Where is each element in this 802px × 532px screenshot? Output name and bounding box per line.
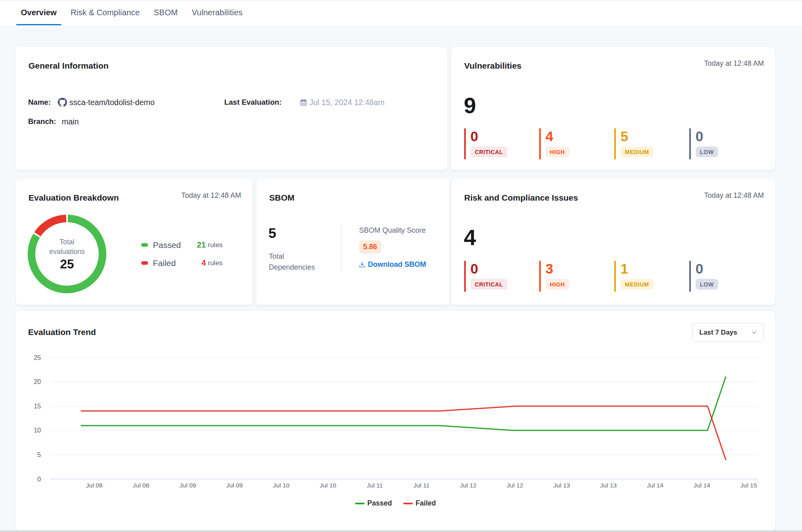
last-evaluation-label: Last Evaluation: xyxy=(224,98,282,107)
x-tick-label: Jul 14 xyxy=(694,482,711,489)
tab-vulnerabilities[interactable]: Vulnerabilities xyxy=(187,0,248,25)
severity-medium: 5 MEDIUM xyxy=(614,128,689,159)
sbom-total-dependencies-value: 5 xyxy=(268,225,276,241)
download-sbom-link[interactable]: Download SBOM xyxy=(359,260,426,269)
evaluation-trend-card: Evaluation Trend Last 7 Days 0510152025J… xyxy=(16,311,775,530)
donut-center-line1: Total xyxy=(60,237,75,247)
severity-medium-count: 5 xyxy=(621,129,690,144)
vulnerabilities-total: 9 xyxy=(464,94,476,117)
failed-line-label: Failed xyxy=(416,499,436,508)
tab-overview-label: Overview xyxy=(21,8,57,17)
x-tick-label: Jul 13 xyxy=(553,482,570,489)
severity-critical-badge: CRITICAL xyxy=(471,279,508,290)
risk-compliance-severity-row: 0 CRITICAL 3 HIGH 1 MEDIUM 0 LOW xyxy=(464,261,764,292)
failed-count: 4 xyxy=(191,258,206,268)
sbom-quality-score-badge: 5.86 xyxy=(359,240,381,254)
x-tick-label: Jul 15 xyxy=(740,482,757,489)
severity-critical: 0 CRITICAL xyxy=(464,261,539,292)
sbom-total-dependencies-label: Total Dependencies xyxy=(269,251,329,272)
severity-critical-badge: CRITICAL xyxy=(471,146,508,157)
trend-legend-failed[interactable]: Failed xyxy=(403,499,436,508)
name-row: Name: ssca-team/todolist-demo xyxy=(28,97,229,107)
x-tick-label: Jul 12 xyxy=(507,482,523,489)
passed-count: 21 xyxy=(191,240,206,250)
risk-compliance-card: Risk and Compliance Issues Today at 12:4… xyxy=(451,179,775,305)
severity-medium-badge: MEDIUM xyxy=(621,146,654,157)
github-icon xyxy=(58,98,67,107)
evaluation-breakdown-timestamp: Today at 12:48 AM xyxy=(181,191,241,200)
branch-row: Branch: main xyxy=(28,117,189,126)
download-sbom-label: Download SBOM xyxy=(368,260,426,269)
failed-unit: rules xyxy=(208,259,223,267)
tab-sbom[interactable]: SBOM xyxy=(149,0,183,25)
vulnerabilities-title: Vulnerabilities xyxy=(464,61,522,71)
x-tick-label: Jul 09 xyxy=(179,482,196,489)
y-tick-label: 25 xyxy=(34,354,41,361)
severity-high-badge: HIGH xyxy=(546,279,569,290)
legend-row-passed: Passed 21 rules xyxy=(141,238,223,252)
vulnerabilities-timestamp: Today at 12:48 AM xyxy=(704,59,764,68)
x-tick-label: Jul 12 xyxy=(460,482,476,489)
repo-name-value: ssca-team/todolist-demo xyxy=(69,98,154,107)
severity-high: 4 HIGH xyxy=(539,128,614,159)
severity-low: 0 LOW xyxy=(689,128,764,159)
trend-line-passed xyxy=(81,377,726,430)
severity-high-badge: HIGH xyxy=(546,146,569,157)
y-tick-label: 0 xyxy=(37,476,41,483)
evaluation-trend-chart: 0510152025Jul 08Jul 08Jul 09Jul 09Jul 10… xyxy=(16,311,775,530)
legend-row-failed: Failed 4 rules xyxy=(141,256,223,270)
failed-swatch xyxy=(141,261,148,265)
passed-unit: rules xyxy=(208,241,223,249)
x-tick-label: Jul 10 xyxy=(273,482,290,489)
severity-critical-count: 0 xyxy=(471,262,540,276)
tab-risk-compliance-label: Risk & Compliance xyxy=(71,8,140,17)
y-tick-label: 15 xyxy=(34,403,41,410)
x-tick-label: Jul 08 xyxy=(86,482,102,489)
severity-critical-count: 0 xyxy=(471,129,540,144)
failed-label: Failed xyxy=(153,258,191,268)
severity-low-count: 0 xyxy=(696,129,765,144)
trend-legend-passed[interactable]: Passed xyxy=(355,499,392,508)
severity-critical: 0 CRITICAL xyxy=(464,128,539,159)
last-evaluation-value: Jul 15, 2024 12:48am xyxy=(309,98,385,107)
passed-line-label: Passed xyxy=(367,499,392,508)
tab-vulnerabilities-label: Vulnerabilities xyxy=(192,8,243,17)
x-tick-label: Jul 11 xyxy=(367,482,383,489)
donut-total-value: 25 xyxy=(60,258,74,271)
trend-line-failed xyxy=(81,406,726,459)
tabs: Overview Risk & Compliance SBOM Vulnerab… xyxy=(16,0,252,25)
risk-compliance-timestamp: Today at 12:48 AM xyxy=(704,191,764,200)
y-tick-label: 20 xyxy=(34,378,41,385)
y-tick-label: 5 xyxy=(37,451,41,458)
vulnerabilities-card: Vulnerabilities Today at 12:48 AM 9 0 CR… xyxy=(451,47,775,170)
severity-low: 0 LOW xyxy=(689,261,764,292)
severity-low-count: 0 xyxy=(696,262,765,276)
tab-sbom-label: SBOM xyxy=(154,8,178,17)
risk-compliance-title: Risk and Compliance Issues xyxy=(464,193,578,203)
x-tick-label: Jul 11 xyxy=(413,482,429,489)
trend-legend: Passed Failed xyxy=(16,499,775,508)
active-tab-underline xyxy=(16,24,61,26)
last-evaluation-row: Last Evaluation: Jul 15, 2024 12:48am xyxy=(224,97,417,107)
sbom-title: SBOM xyxy=(269,193,294,203)
y-tick-label: 10 xyxy=(34,427,41,434)
calendar-icon xyxy=(300,99,307,106)
download-icon xyxy=(359,262,365,268)
evaluation-breakdown-title: Evaluation Breakdown xyxy=(28,193,119,203)
severity-medium-badge: MEDIUM xyxy=(621,279,654,290)
sbom-quality-score-label: SBOM Quality Score xyxy=(359,226,426,235)
tab-overview[interactable]: Overview xyxy=(16,0,61,25)
donut-center-line2: evaluations xyxy=(49,246,85,257)
severity-medium: 1 MEDIUM xyxy=(614,261,689,292)
tab-risk-compliance[interactable]: Risk & Compliance xyxy=(66,0,144,25)
passed-line-swatch xyxy=(355,503,365,504)
vulnerabilities-severity-row: 0 CRITICAL 4 HIGH 5 MEDIUM 0 LOW xyxy=(464,128,764,159)
evaluations-donut-chart: Total evaluations 25 xyxy=(27,214,107,294)
donut-center-label: Total evaluations 25 xyxy=(27,214,107,294)
severity-low-badge: LOW xyxy=(696,279,718,290)
severity-medium-count: 1 xyxy=(621,262,690,276)
bottom-edge-strip xyxy=(0,530,802,532)
severity-high-count: 3 xyxy=(546,262,615,276)
risk-compliance-total: 4 xyxy=(464,226,476,249)
passed-swatch xyxy=(141,243,148,247)
